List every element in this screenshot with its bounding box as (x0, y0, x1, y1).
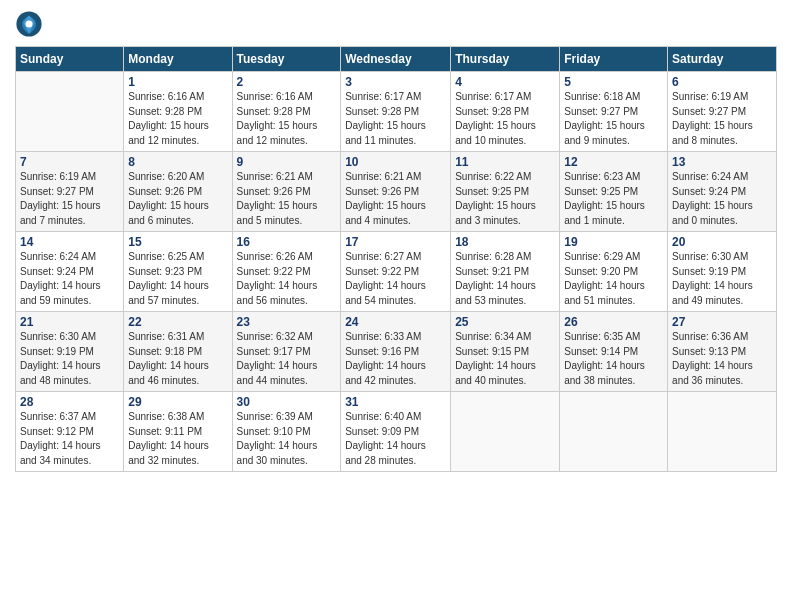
day-info: Sunrise: 6:31 AM Sunset: 9:18 PM Dayligh… (128, 330, 227, 388)
day-number: 1 (128, 75, 227, 89)
logo-icon (15, 10, 43, 38)
calendar-cell: 22Sunrise: 6:31 AM Sunset: 9:18 PM Dayli… (124, 312, 232, 392)
day-info: Sunrise: 6:17 AM Sunset: 9:28 PM Dayligh… (455, 90, 555, 148)
calendar-week-row: 1Sunrise: 6:16 AM Sunset: 9:28 PM Daylig… (16, 72, 777, 152)
day-info: Sunrise: 6:29 AM Sunset: 9:20 PM Dayligh… (564, 250, 663, 308)
header (15, 10, 777, 38)
day-number: 24 (345, 315, 446, 329)
day-info: Sunrise: 6:16 AM Sunset: 9:28 PM Dayligh… (237, 90, 337, 148)
day-info: Sunrise: 6:19 AM Sunset: 9:27 PM Dayligh… (672, 90, 772, 148)
weekday-header: Saturday (668, 47, 777, 72)
day-info: Sunrise: 6:40 AM Sunset: 9:09 PM Dayligh… (345, 410, 446, 468)
day-number: 26 (564, 315, 663, 329)
weekday-header: Sunday (16, 47, 124, 72)
day-info: Sunrise: 6:22 AM Sunset: 9:25 PM Dayligh… (455, 170, 555, 228)
day-number: 8 (128, 155, 227, 169)
calendar-cell: 31Sunrise: 6:40 AM Sunset: 9:09 PM Dayli… (341, 392, 451, 472)
day-number: 28 (20, 395, 119, 409)
weekday-header: Friday (560, 47, 668, 72)
day-number: 22 (128, 315, 227, 329)
calendar-cell: 15Sunrise: 6:25 AM Sunset: 9:23 PM Dayli… (124, 232, 232, 312)
calendar-cell: 26Sunrise: 6:35 AM Sunset: 9:14 PM Dayli… (560, 312, 668, 392)
calendar-cell: 14Sunrise: 6:24 AM Sunset: 9:24 PM Dayli… (16, 232, 124, 312)
day-number: 23 (237, 315, 337, 329)
calendar-cell: 2Sunrise: 6:16 AM Sunset: 9:28 PM Daylig… (232, 72, 341, 152)
day-number: 14 (20, 235, 119, 249)
day-info: Sunrise: 6:36 AM Sunset: 9:13 PM Dayligh… (672, 330, 772, 388)
logo (15, 10, 45, 38)
day-info: Sunrise: 6:24 AM Sunset: 9:24 PM Dayligh… (20, 250, 119, 308)
day-info: Sunrise: 6:20 AM Sunset: 9:26 PM Dayligh… (128, 170, 227, 228)
calendar-cell: 13Sunrise: 6:24 AM Sunset: 9:24 PM Dayli… (668, 152, 777, 232)
calendar-cell: 6Sunrise: 6:19 AM Sunset: 9:27 PM Daylig… (668, 72, 777, 152)
weekday-header: Thursday (451, 47, 560, 72)
calendar-cell: 5Sunrise: 6:18 AM Sunset: 9:27 PM Daylig… (560, 72, 668, 152)
svg-point-1 (26, 21, 33, 28)
day-number: 18 (455, 235, 555, 249)
day-number: 11 (455, 155, 555, 169)
day-number: 4 (455, 75, 555, 89)
day-info: Sunrise: 6:35 AM Sunset: 9:14 PM Dayligh… (564, 330, 663, 388)
calendar-cell: 17Sunrise: 6:27 AM Sunset: 9:22 PM Dayli… (341, 232, 451, 312)
calendar-week-row: 28Sunrise: 6:37 AM Sunset: 9:12 PM Dayli… (16, 392, 777, 472)
day-info: Sunrise: 6:25 AM Sunset: 9:23 PM Dayligh… (128, 250, 227, 308)
day-info: Sunrise: 6:21 AM Sunset: 9:26 PM Dayligh… (237, 170, 337, 228)
calendar-cell: 9Sunrise: 6:21 AM Sunset: 9:26 PM Daylig… (232, 152, 341, 232)
calendar-cell (16, 72, 124, 152)
day-info: Sunrise: 6:30 AM Sunset: 9:19 PM Dayligh… (672, 250, 772, 308)
day-number: 25 (455, 315, 555, 329)
day-number: 15 (128, 235, 227, 249)
calendar-cell: 25Sunrise: 6:34 AM Sunset: 9:15 PM Dayli… (451, 312, 560, 392)
calendar-cell: 10Sunrise: 6:21 AM Sunset: 9:26 PM Dayli… (341, 152, 451, 232)
calendar-cell: 29Sunrise: 6:38 AM Sunset: 9:11 PM Dayli… (124, 392, 232, 472)
day-info: Sunrise: 6:19 AM Sunset: 9:27 PM Dayligh… (20, 170, 119, 228)
day-number: 7 (20, 155, 119, 169)
day-number: 5 (564, 75, 663, 89)
calendar-cell: 28Sunrise: 6:37 AM Sunset: 9:12 PM Dayli… (16, 392, 124, 472)
day-info: Sunrise: 6:32 AM Sunset: 9:17 PM Dayligh… (237, 330, 337, 388)
calendar-cell: 20Sunrise: 6:30 AM Sunset: 9:19 PM Dayli… (668, 232, 777, 312)
day-number: 30 (237, 395, 337, 409)
day-info: Sunrise: 6:24 AM Sunset: 9:24 PM Dayligh… (672, 170, 772, 228)
weekday-header: Wednesday (341, 47, 451, 72)
day-info: Sunrise: 6:21 AM Sunset: 9:26 PM Dayligh… (345, 170, 446, 228)
calendar-cell: 8Sunrise: 6:20 AM Sunset: 9:26 PM Daylig… (124, 152, 232, 232)
calendar-cell: 24Sunrise: 6:33 AM Sunset: 9:16 PM Dayli… (341, 312, 451, 392)
calendar-cell: 27Sunrise: 6:36 AM Sunset: 9:13 PM Dayli… (668, 312, 777, 392)
day-number: 29 (128, 395, 227, 409)
day-info: Sunrise: 6:38 AM Sunset: 9:11 PM Dayligh… (128, 410, 227, 468)
calendar-container: SundayMondayTuesdayWednesdayThursdayFrid… (0, 0, 792, 482)
day-info: Sunrise: 6:16 AM Sunset: 9:28 PM Dayligh… (128, 90, 227, 148)
day-number: 9 (237, 155, 337, 169)
calendar-week-row: 14Sunrise: 6:24 AM Sunset: 9:24 PM Dayli… (16, 232, 777, 312)
calendar-cell (560, 392, 668, 472)
day-number: 17 (345, 235, 446, 249)
day-number: 12 (564, 155, 663, 169)
calendar-table: SundayMondayTuesdayWednesdayThursdayFrid… (15, 46, 777, 472)
day-number: 10 (345, 155, 446, 169)
day-info: Sunrise: 6:30 AM Sunset: 9:19 PM Dayligh… (20, 330, 119, 388)
day-info: Sunrise: 6:18 AM Sunset: 9:27 PM Dayligh… (564, 90, 663, 148)
calendar-cell (451, 392, 560, 472)
day-number: 3 (345, 75, 446, 89)
calendar-cell (668, 392, 777, 472)
calendar-cell: 1Sunrise: 6:16 AM Sunset: 9:28 PM Daylig… (124, 72, 232, 152)
day-info: Sunrise: 6:28 AM Sunset: 9:21 PM Dayligh… (455, 250, 555, 308)
day-info: Sunrise: 6:33 AM Sunset: 9:16 PM Dayligh… (345, 330, 446, 388)
day-number: 19 (564, 235, 663, 249)
weekday-header: Monday (124, 47, 232, 72)
day-info: Sunrise: 6:23 AM Sunset: 9:25 PM Dayligh… (564, 170, 663, 228)
day-number: 6 (672, 75, 772, 89)
day-number: 2 (237, 75, 337, 89)
day-info: Sunrise: 6:27 AM Sunset: 9:22 PM Dayligh… (345, 250, 446, 308)
calendar-cell: 3Sunrise: 6:17 AM Sunset: 9:28 PM Daylig… (341, 72, 451, 152)
day-info: Sunrise: 6:26 AM Sunset: 9:22 PM Dayligh… (237, 250, 337, 308)
calendar-cell: 19Sunrise: 6:29 AM Sunset: 9:20 PM Dayli… (560, 232, 668, 312)
weekday-header: Tuesday (232, 47, 341, 72)
calendar-week-row: 21Sunrise: 6:30 AM Sunset: 9:19 PM Dayli… (16, 312, 777, 392)
calendar-cell: 4Sunrise: 6:17 AM Sunset: 9:28 PM Daylig… (451, 72, 560, 152)
calendar-cell: 11Sunrise: 6:22 AM Sunset: 9:25 PM Dayli… (451, 152, 560, 232)
day-number: 21 (20, 315, 119, 329)
day-number: 16 (237, 235, 337, 249)
day-info: Sunrise: 6:34 AM Sunset: 9:15 PM Dayligh… (455, 330, 555, 388)
